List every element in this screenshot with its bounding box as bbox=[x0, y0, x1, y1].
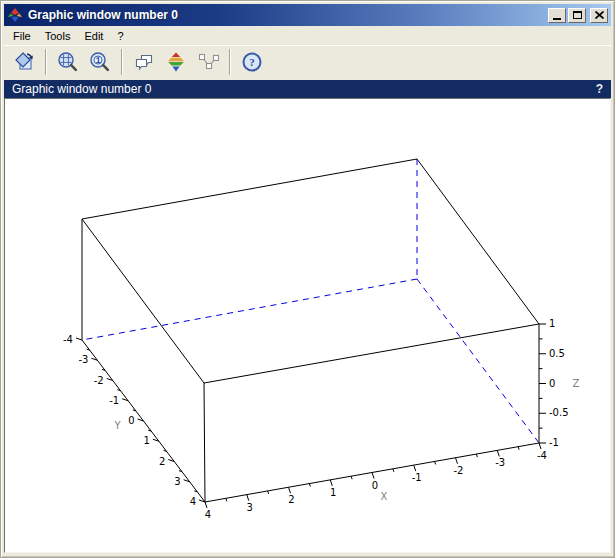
minimize-icon bbox=[553, 18, 561, 20]
y-tick-label: -3 bbox=[78, 354, 88, 365]
x-tick-label: 2 bbox=[288, 494, 294, 505]
box-edge bbox=[204, 324, 539, 383]
z-tick-label: -0.5 bbox=[549, 407, 569, 418]
z-tick-label: 0 bbox=[549, 378, 555, 389]
infobar-text: Graphic window number 0 bbox=[12, 82, 596, 96]
minor-tick bbox=[476, 454, 477, 457]
copy-icon bbox=[133, 51, 155, 73]
x-tick-label: -1 bbox=[412, 472, 422, 483]
y-tick-label: 0 bbox=[128, 415, 134, 426]
infobar: Graphic window number 0 ? bbox=[4, 80, 611, 98]
z-tick-label: 0.5 bbox=[549, 348, 565, 359]
box-edge bbox=[82, 219, 204, 383]
major-tick bbox=[289, 487, 291, 493]
major-tick bbox=[414, 465, 416, 471]
major-tick bbox=[205, 502, 207, 508]
zoom-area-icon bbox=[57, 51, 79, 73]
z-tick-label: -1 bbox=[549, 437, 559, 448]
axis-label-z: Z bbox=[573, 378, 580, 389]
help-icon: ? bbox=[241, 51, 263, 73]
hidden-box-edge bbox=[417, 279, 539, 443]
minimize-button[interactable] bbox=[548, 8, 566, 23]
x-tick-label: -3 bbox=[495, 457, 505, 468]
major-tick bbox=[497, 450, 499, 456]
x-tick-label: 3 bbox=[247, 502, 253, 513]
minor-tick bbox=[226, 498, 227, 501]
minor-tick bbox=[268, 491, 269, 494]
x-tick-label: -4 bbox=[537, 450, 547, 461]
window-title: Graphic window number 0 bbox=[28, 8, 546, 22]
y-tick-label: 2 bbox=[159, 456, 165, 467]
datatips-icon bbox=[197, 51, 219, 73]
hidden-box-edge bbox=[82, 279, 417, 340]
edit-figure-icon bbox=[165, 51, 187, 73]
y-tick-label: 4 bbox=[190, 496, 196, 507]
axis-label-x: X bbox=[381, 491, 388, 502]
close-button[interactable] bbox=[590, 8, 608, 23]
minor-tick bbox=[351, 476, 352, 479]
plot-canvas: -4-3-2-101234Y43210-1-2-3-4X-1-0.500.51Z bbox=[4, 98, 611, 553]
major-tick bbox=[456, 458, 458, 464]
close-icon bbox=[595, 11, 604, 19]
titlebar[interactable]: Graphic window number 0 bbox=[4, 4, 611, 26]
x-tick-label: -2 bbox=[454, 465, 464, 476]
menubar: File Tools Edit ? bbox=[4, 26, 611, 45]
zoom-original-button[interactable]: 1 bbox=[86, 48, 114, 76]
z-tick-label: 1 bbox=[549, 318, 555, 329]
x-tick-label: 4 bbox=[205, 509, 211, 520]
toolbar-separator bbox=[45, 49, 47, 75]
major-tick bbox=[330, 480, 332, 486]
box-edge bbox=[204, 383, 205, 502]
y-tick-label: -4 bbox=[63, 334, 73, 345]
edit-figure-button[interactable] bbox=[162, 48, 190, 76]
axis-label-y: Y bbox=[113, 420, 121, 431]
minor-tick bbox=[309, 484, 310, 487]
menu-help[interactable]: ? bbox=[110, 28, 130, 44]
minor-tick bbox=[518, 447, 519, 450]
help-button[interactable]: ? bbox=[238, 48, 266, 76]
minor-tick bbox=[393, 469, 394, 472]
svg-text:1: 1 bbox=[96, 55, 101, 65]
x-tick-label: 0 bbox=[372, 480, 378, 491]
toolbar-separator bbox=[229, 49, 231, 75]
y-tick-label: -1 bbox=[109, 395, 119, 406]
maximize-icon bbox=[573, 11, 582, 19]
toolbar: 1 bbox=[4, 45, 611, 78]
graphic-window: Graphic window number 0 File Tools Edit … bbox=[0, 0, 615, 558]
y-tick-label: 1 bbox=[144, 435, 150, 446]
major-tick bbox=[76, 338, 82, 340]
toolbar-separator bbox=[121, 49, 123, 75]
minor-tick bbox=[435, 461, 436, 464]
menu-file[interactable]: File bbox=[6, 28, 38, 44]
zoom-original-icon: 1 bbox=[89, 51, 111, 73]
major-tick bbox=[247, 495, 249, 501]
x-tick-label: 1 bbox=[330, 487, 336, 498]
menu-tools[interactable]: Tools bbox=[38, 28, 78, 44]
maximize-button[interactable] bbox=[568, 8, 586, 23]
major-tick bbox=[539, 443, 541, 449]
box-edge bbox=[417, 159, 539, 324]
major-tick bbox=[372, 473, 374, 479]
rotate-button[interactable] bbox=[10, 48, 38, 76]
plot-3d-box[interactable]: -4-3-2-101234Y43210-1-2-3-4X-1-0.500.51Z bbox=[5, 99, 611, 553]
y-tick-label: 3 bbox=[174, 476, 180, 487]
infobar-help-button[interactable]: ? bbox=[596, 82, 603, 96]
scilab-logo-icon bbox=[7, 7, 23, 23]
menu-edit[interactable]: Edit bbox=[77, 28, 110, 44]
y-tick-label: -2 bbox=[94, 375, 104, 386]
rotate-icon bbox=[13, 51, 35, 73]
zoom-area-button[interactable] bbox=[54, 48, 82, 76]
box-edge bbox=[82, 159, 417, 219]
copy-button[interactable] bbox=[130, 48, 158, 76]
datatips-button[interactable] bbox=[194, 48, 222, 76]
svg-text:?: ? bbox=[249, 56, 255, 68]
